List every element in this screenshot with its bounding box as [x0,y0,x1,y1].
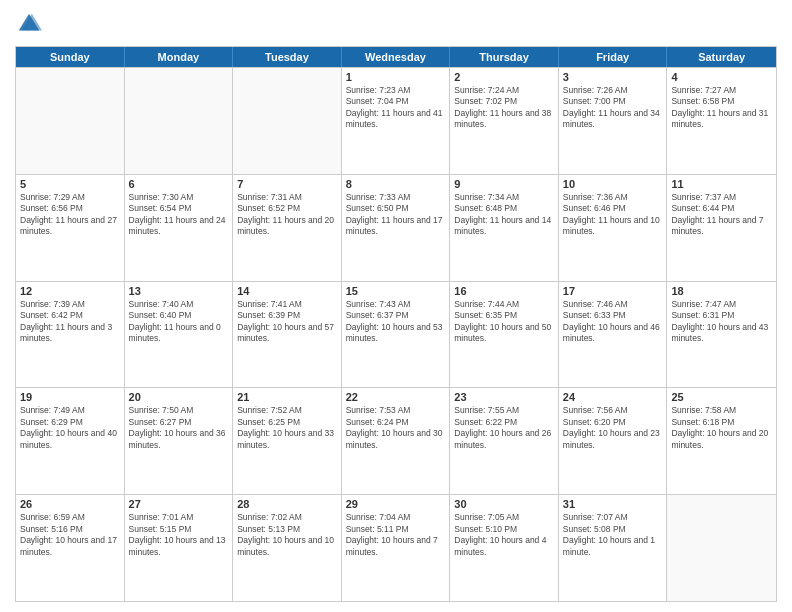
day-info: Sunrise: 7:50 AMSunset: 6:27 PMDaylight:… [129,405,229,451]
calendar-cell-0-3: 1Sunrise: 7:23 AMSunset: 7:04 PMDaylight… [342,68,451,174]
day-number: 14 [237,285,337,297]
header-day-friday: Friday [559,47,668,67]
day-info: Sunrise: 7:02 AMSunset: 5:13 PMDaylight:… [237,512,337,558]
calendar-cell-3-1: 20Sunrise: 7:50 AMSunset: 6:27 PMDayligh… [125,388,234,494]
day-number: 21 [237,391,337,403]
day-number: 29 [346,498,446,510]
calendar-cell-1-3: 8Sunrise: 7:33 AMSunset: 6:50 PMDaylight… [342,175,451,281]
day-info: Sunrise: 7:05 AMSunset: 5:10 PMDaylight:… [454,512,554,558]
day-info: Sunrise: 7:34 AMSunset: 6:48 PMDaylight:… [454,192,554,238]
calendar-cell-1-0: 5Sunrise: 7:29 AMSunset: 6:56 PMDaylight… [16,175,125,281]
day-info: Sunrise: 7:24 AMSunset: 7:02 PMDaylight:… [454,85,554,131]
calendar: SundayMondayTuesdayWednesdayThursdayFrid… [15,46,777,602]
calendar-cell-0-0 [16,68,125,174]
day-info: Sunrise: 7:55 AMSunset: 6:22 PMDaylight:… [454,405,554,451]
day-number: 30 [454,498,554,510]
day-number: 10 [563,178,663,190]
calendar-cell-2-4: 16Sunrise: 7:44 AMSunset: 6:35 PMDayligh… [450,282,559,388]
calendar-cell-4-1: 27Sunrise: 7:01 AMSunset: 5:15 PMDayligh… [125,495,234,601]
day-info: Sunrise: 7:47 AMSunset: 6:31 PMDaylight:… [671,299,772,345]
day-info: Sunrise: 7:30 AMSunset: 6:54 PMDaylight:… [129,192,229,238]
day-number: 8 [346,178,446,190]
calendar-row-4: 26Sunrise: 6:59 AMSunset: 5:16 PMDayligh… [16,494,776,601]
calendar-cell-2-5: 17Sunrise: 7:46 AMSunset: 6:33 PMDayligh… [559,282,668,388]
calendar-cell-1-6: 11Sunrise: 7:37 AMSunset: 6:44 PMDayligh… [667,175,776,281]
day-number: 5 [20,178,120,190]
calendar-cell-1-1: 6Sunrise: 7:30 AMSunset: 6:54 PMDaylight… [125,175,234,281]
calendar-cell-3-2: 21Sunrise: 7:52 AMSunset: 6:25 PMDayligh… [233,388,342,494]
day-info: Sunrise: 7:26 AMSunset: 7:00 PMDaylight:… [563,85,663,131]
calendar-row-1: 5Sunrise: 7:29 AMSunset: 6:56 PMDaylight… [16,174,776,281]
day-number: 31 [563,498,663,510]
header-day-saturday: Saturday [667,47,776,67]
day-info: Sunrise: 7:52 AMSunset: 6:25 PMDaylight:… [237,405,337,451]
calendar-row-3: 19Sunrise: 7:49 AMSunset: 6:29 PMDayligh… [16,387,776,494]
calendar-cell-2-6: 18Sunrise: 7:47 AMSunset: 6:31 PMDayligh… [667,282,776,388]
calendar-row-0: 1Sunrise: 7:23 AMSunset: 7:04 PMDaylight… [16,67,776,174]
day-info: Sunrise: 7:33 AMSunset: 6:50 PMDaylight:… [346,192,446,238]
day-info: Sunrise: 7:01 AMSunset: 5:15 PMDaylight:… [129,512,229,558]
calendar-cell-3-6: 25Sunrise: 7:58 AMSunset: 6:18 PMDayligh… [667,388,776,494]
logo-icon [15,10,43,38]
day-info: Sunrise: 7:36 AMSunset: 6:46 PMDaylight:… [563,192,663,238]
day-number: 11 [671,178,772,190]
calendar-header: SundayMondayTuesdayWednesdayThursdayFrid… [16,47,776,67]
day-info: Sunrise: 7:58 AMSunset: 6:18 PMDaylight:… [671,405,772,451]
calendar-cell-1-2: 7Sunrise: 7:31 AMSunset: 6:52 PMDaylight… [233,175,342,281]
header-day-sunday: Sunday [16,47,125,67]
calendar-cell-2-3: 15Sunrise: 7:43 AMSunset: 6:37 PMDayligh… [342,282,451,388]
calendar-cell-1-4: 9Sunrise: 7:34 AMSunset: 6:48 PMDaylight… [450,175,559,281]
day-number: 19 [20,391,120,403]
day-info: Sunrise: 6:59 AMSunset: 5:16 PMDaylight:… [20,512,120,558]
day-info: Sunrise: 7:41 AMSunset: 6:39 PMDaylight:… [237,299,337,345]
day-number: 27 [129,498,229,510]
calendar-cell-1-5: 10Sunrise: 7:36 AMSunset: 6:46 PMDayligh… [559,175,668,281]
day-number: 6 [129,178,229,190]
calendar-body: 1Sunrise: 7:23 AMSunset: 7:04 PMDaylight… [16,67,776,601]
calendar-cell-4-5: 31Sunrise: 7:07 AMSunset: 5:08 PMDayligh… [559,495,668,601]
calendar-cell-0-4: 2Sunrise: 7:24 AMSunset: 7:02 PMDaylight… [450,68,559,174]
header [15,10,777,38]
day-number: 15 [346,285,446,297]
calendar-cell-4-6 [667,495,776,601]
calendar-cell-0-6: 4Sunrise: 7:27 AMSunset: 6:58 PMDaylight… [667,68,776,174]
calendar-cell-0-1 [125,68,234,174]
day-info: Sunrise: 7:40 AMSunset: 6:40 PMDaylight:… [129,299,229,345]
day-number: 7 [237,178,337,190]
calendar-cell-4-0: 26Sunrise: 6:59 AMSunset: 5:16 PMDayligh… [16,495,125,601]
day-info: Sunrise: 7:04 AMSunset: 5:11 PMDaylight:… [346,512,446,558]
calendar-cell-0-5: 3Sunrise: 7:26 AMSunset: 7:00 PMDaylight… [559,68,668,174]
day-number: 24 [563,391,663,403]
day-number: 23 [454,391,554,403]
header-day-tuesday: Tuesday [233,47,342,67]
day-number: 20 [129,391,229,403]
day-number: 9 [454,178,554,190]
header-day-wednesday: Wednesday [342,47,451,67]
day-number: 4 [671,71,772,83]
calendar-cell-0-2 [233,68,342,174]
day-number: 25 [671,391,772,403]
day-number: 3 [563,71,663,83]
day-info: Sunrise: 7:07 AMSunset: 5:08 PMDaylight:… [563,512,663,558]
calendar-cell-4-2: 28Sunrise: 7:02 AMSunset: 5:13 PMDayligh… [233,495,342,601]
day-number: 13 [129,285,229,297]
day-number: 2 [454,71,554,83]
calendar-cell-2-0: 12Sunrise: 7:39 AMSunset: 6:42 PMDayligh… [16,282,125,388]
day-info: Sunrise: 7:53 AMSunset: 6:24 PMDaylight:… [346,405,446,451]
day-number: 16 [454,285,554,297]
day-info: Sunrise: 7:23 AMSunset: 7:04 PMDaylight:… [346,85,446,131]
day-number: 1 [346,71,446,83]
day-info: Sunrise: 7:56 AMSunset: 6:20 PMDaylight:… [563,405,663,451]
logo [15,10,47,38]
day-number: 28 [237,498,337,510]
calendar-cell-3-0: 19Sunrise: 7:49 AMSunset: 6:29 PMDayligh… [16,388,125,494]
day-info: Sunrise: 7:37 AMSunset: 6:44 PMDaylight:… [671,192,772,238]
header-day-monday: Monday [125,47,234,67]
day-info: Sunrise: 7:43 AMSunset: 6:37 PMDaylight:… [346,299,446,345]
calendar-cell-4-4: 30Sunrise: 7:05 AMSunset: 5:10 PMDayligh… [450,495,559,601]
day-number: 18 [671,285,772,297]
calendar-cell-3-5: 24Sunrise: 7:56 AMSunset: 6:20 PMDayligh… [559,388,668,494]
calendar-cell-3-4: 23Sunrise: 7:55 AMSunset: 6:22 PMDayligh… [450,388,559,494]
calendar-cell-2-1: 13Sunrise: 7:40 AMSunset: 6:40 PMDayligh… [125,282,234,388]
day-info: Sunrise: 7:44 AMSunset: 6:35 PMDaylight:… [454,299,554,345]
